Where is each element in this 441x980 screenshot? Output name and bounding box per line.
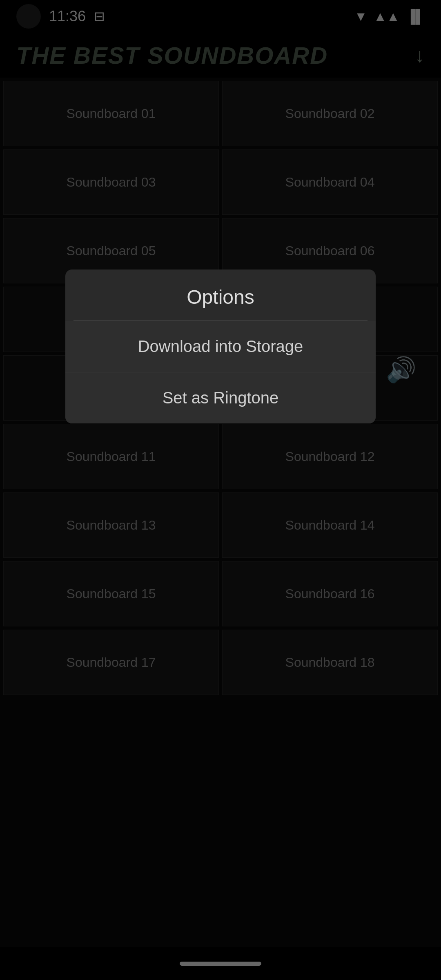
modal-overlay[interactable] <box>0 0 441 980</box>
set-ringtone-option[interactable]: Set as Ringtone <box>65 372 376 423</box>
set-ringtone-label: Set as Ringtone <box>163 389 279 407</box>
download-storage-label: Download into Storage <box>138 337 303 356</box>
options-modal: Options Download into Storage Set as Rin… <box>65 270 376 423</box>
modal-title: Options <box>65 270 376 321</box>
download-storage-option[interactable]: Download into Storage <box>65 321 376 372</box>
